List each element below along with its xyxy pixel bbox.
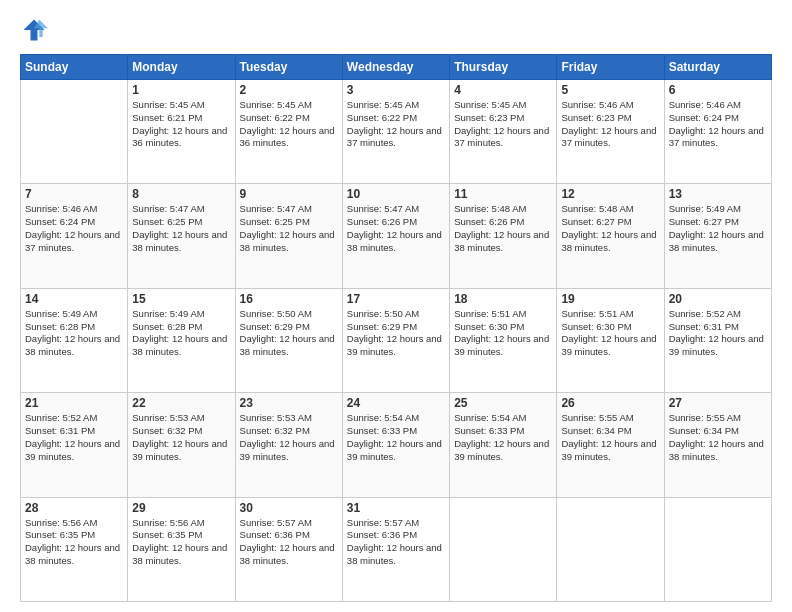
week-row-1: 1Sunrise: 5:45 AMSunset: 6:21 PMDaylight… xyxy=(21,80,772,184)
weekday-header-friday: Friday xyxy=(557,55,664,80)
day-number: 30 xyxy=(240,501,338,515)
week-row-3: 14Sunrise: 5:49 AMSunset: 6:28 PMDayligh… xyxy=(21,288,772,392)
day-number: 19 xyxy=(561,292,659,306)
cell-content: Sunrise: 5:54 AMSunset: 6:33 PMDaylight:… xyxy=(347,412,445,463)
logo-icon xyxy=(20,16,48,44)
day-number: 31 xyxy=(347,501,445,515)
day-number: 14 xyxy=(25,292,123,306)
cell-content: Sunrise: 5:47 AMSunset: 6:25 PMDaylight:… xyxy=(132,203,230,254)
calendar-cell: 2Sunrise: 5:45 AMSunset: 6:22 PMDaylight… xyxy=(235,80,342,184)
page: SundayMondayTuesdayWednesdayThursdayFrid… xyxy=(0,0,792,612)
weekday-header-saturday: Saturday xyxy=(664,55,771,80)
calendar-cell xyxy=(450,497,557,601)
day-number: 9 xyxy=(240,187,338,201)
day-number: 3 xyxy=(347,83,445,97)
day-number: 16 xyxy=(240,292,338,306)
cell-content: Sunrise: 5:52 AMSunset: 6:31 PMDaylight:… xyxy=(25,412,123,463)
day-number: 27 xyxy=(669,396,767,410)
cell-content: Sunrise: 5:50 AMSunset: 6:29 PMDaylight:… xyxy=(240,308,338,359)
calendar-cell xyxy=(21,80,128,184)
weekday-header-wednesday: Wednesday xyxy=(342,55,449,80)
calendar-cell: 10Sunrise: 5:47 AMSunset: 6:26 PMDayligh… xyxy=(342,184,449,288)
cell-content: Sunrise: 5:57 AMSunset: 6:36 PMDaylight:… xyxy=(347,517,445,568)
day-number: 24 xyxy=(347,396,445,410)
day-number: 26 xyxy=(561,396,659,410)
calendar-cell: 21Sunrise: 5:52 AMSunset: 6:31 PMDayligh… xyxy=(21,393,128,497)
logo xyxy=(20,16,52,44)
cell-content: Sunrise: 5:48 AMSunset: 6:26 PMDaylight:… xyxy=(454,203,552,254)
week-row-4: 21Sunrise: 5:52 AMSunset: 6:31 PMDayligh… xyxy=(21,393,772,497)
day-number: 25 xyxy=(454,396,552,410)
cell-content: Sunrise: 5:54 AMSunset: 6:33 PMDaylight:… xyxy=(454,412,552,463)
calendar-cell: 13Sunrise: 5:49 AMSunset: 6:27 PMDayligh… xyxy=(664,184,771,288)
weekday-header-thursday: Thursday xyxy=(450,55,557,80)
cell-content: Sunrise: 5:53 AMSunset: 6:32 PMDaylight:… xyxy=(240,412,338,463)
calendar-cell: 18Sunrise: 5:51 AMSunset: 6:30 PMDayligh… xyxy=(450,288,557,392)
calendar-cell: 16Sunrise: 5:50 AMSunset: 6:29 PMDayligh… xyxy=(235,288,342,392)
cell-content: Sunrise: 5:45 AMSunset: 6:23 PMDaylight:… xyxy=(454,99,552,150)
calendar-cell: 7Sunrise: 5:46 AMSunset: 6:24 PMDaylight… xyxy=(21,184,128,288)
calendar-cell: 28Sunrise: 5:56 AMSunset: 6:35 PMDayligh… xyxy=(21,497,128,601)
day-number: 7 xyxy=(25,187,123,201)
calendar-cell: 3Sunrise: 5:45 AMSunset: 6:22 PMDaylight… xyxy=(342,80,449,184)
calendar-cell: 27Sunrise: 5:55 AMSunset: 6:34 PMDayligh… xyxy=(664,393,771,497)
calendar-cell: 9Sunrise: 5:47 AMSunset: 6:25 PMDaylight… xyxy=(235,184,342,288)
day-number: 29 xyxy=(132,501,230,515)
cell-content: Sunrise: 5:50 AMSunset: 6:29 PMDaylight:… xyxy=(347,308,445,359)
calendar-cell: 4Sunrise: 5:45 AMSunset: 6:23 PMDaylight… xyxy=(450,80,557,184)
calendar-cell: 12Sunrise: 5:48 AMSunset: 6:27 PMDayligh… xyxy=(557,184,664,288)
calendar-cell: 20Sunrise: 5:52 AMSunset: 6:31 PMDayligh… xyxy=(664,288,771,392)
day-number: 18 xyxy=(454,292,552,306)
cell-content: Sunrise: 5:49 AMSunset: 6:28 PMDaylight:… xyxy=(132,308,230,359)
day-number: 22 xyxy=(132,396,230,410)
calendar-cell xyxy=(664,497,771,601)
calendar-cell: 8Sunrise: 5:47 AMSunset: 6:25 PMDaylight… xyxy=(128,184,235,288)
cell-content: Sunrise: 5:51 AMSunset: 6:30 PMDaylight:… xyxy=(454,308,552,359)
calendar-cell: 1Sunrise: 5:45 AMSunset: 6:21 PMDaylight… xyxy=(128,80,235,184)
day-number: 1 xyxy=(132,83,230,97)
day-number: 8 xyxy=(132,187,230,201)
day-number: 21 xyxy=(25,396,123,410)
calendar-cell: 15Sunrise: 5:49 AMSunset: 6:28 PMDayligh… xyxy=(128,288,235,392)
cell-content: Sunrise: 5:56 AMSunset: 6:35 PMDaylight:… xyxy=(25,517,123,568)
day-number: 4 xyxy=(454,83,552,97)
day-number: 2 xyxy=(240,83,338,97)
calendar-cell: 5Sunrise: 5:46 AMSunset: 6:23 PMDaylight… xyxy=(557,80,664,184)
day-number: 10 xyxy=(347,187,445,201)
cell-content: Sunrise: 5:45 AMSunset: 6:22 PMDaylight:… xyxy=(240,99,338,150)
weekday-header-tuesday: Tuesday xyxy=(235,55,342,80)
week-row-5: 28Sunrise: 5:56 AMSunset: 6:35 PMDayligh… xyxy=(21,497,772,601)
day-number: 11 xyxy=(454,187,552,201)
cell-content: Sunrise: 5:46 AMSunset: 6:24 PMDaylight:… xyxy=(25,203,123,254)
calendar-cell: 24Sunrise: 5:54 AMSunset: 6:33 PMDayligh… xyxy=(342,393,449,497)
calendar-cell: 23Sunrise: 5:53 AMSunset: 6:32 PMDayligh… xyxy=(235,393,342,497)
cell-content: Sunrise: 5:47 AMSunset: 6:26 PMDaylight:… xyxy=(347,203,445,254)
cell-content: Sunrise: 5:46 AMSunset: 6:24 PMDaylight:… xyxy=(669,99,767,150)
cell-content: Sunrise: 5:49 AMSunset: 6:27 PMDaylight:… xyxy=(669,203,767,254)
calendar-cell: 22Sunrise: 5:53 AMSunset: 6:32 PMDayligh… xyxy=(128,393,235,497)
day-number: 13 xyxy=(669,187,767,201)
cell-content: Sunrise: 5:47 AMSunset: 6:25 PMDaylight:… xyxy=(240,203,338,254)
day-number: 20 xyxy=(669,292,767,306)
day-number: 17 xyxy=(347,292,445,306)
header xyxy=(20,16,772,44)
calendar-cell: 25Sunrise: 5:54 AMSunset: 6:33 PMDayligh… xyxy=(450,393,557,497)
cell-content: Sunrise: 5:53 AMSunset: 6:32 PMDaylight:… xyxy=(132,412,230,463)
cell-content: Sunrise: 5:57 AMSunset: 6:36 PMDaylight:… xyxy=(240,517,338,568)
day-number: 6 xyxy=(669,83,767,97)
week-row-2: 7Sunrise: 5:46 AMSunset: 6:24 PMDaylight… xyxy=(21,184,772,288)
cell-content: Sunrise: 5:55 AMSunset: 6:34 PMDaylight:… xyxy=(669,412,767,463)
cell-content: Sunrise: 5:45 AMSunset: 6:22 PMDaylight:… xyxy=(347,99,445,150)
calendar-cell: 19Sunrise: 5:51 AMSunset: 6:30 PMDayligh… xyxy=(557,288,664,392)
day-number: 5 xyxy=(561,83,659,97)
calendar-table: SundayMondayTuesdayWednesdayThursdayFrid… xyxy=(20,54,772,602)
weekday-header-row: SundayMondayTuesdayWednesdayThursdayFrid… xyxy=(21,55,772,80)
day-number: 23 xyxy=(240,396,338,410)
calendar-cell: 6Sunrise: 5:46 AMSunset: 6:24 PMDaylight… xyxy=(664,80,771,184)
cell-content: Sunrise: 5:56 AMSunset: 6:35 PMDaylight:… xyxy=(132,517,230,568)
calendar-cell: 26Sunrise: 5:55 AMSunset: 6:34 PMDayligh… xyxy=(557,393,664,497)
weekday-header-sunday: Sunday xyxy=(21,55,128,80)
calendar-cell: 31Sunrise: 5:57 AMSunset: 6:36 PMDayligh… xyxy=(342,497,449,601)
calendar-cell: 17Sunrise: 5:50 AMSunset: 6:29 PMDayligh… xyxy=(342,288,449,392)
day-number: 15 xyxy=(132,292,230,306)
